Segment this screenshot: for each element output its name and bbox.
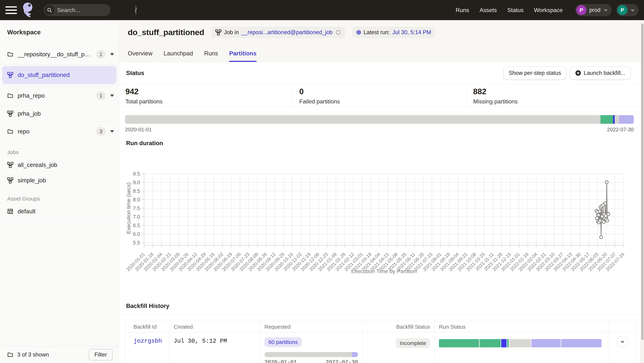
sidebar-item-prha_repo[interactable]: prha_repo1: [0, 86, 119, 106]
latest-run-prefix: Latest run:: [364, 29, 390, 36]
job-tabs: OverviewLaunchpadRunsPartitions: [128, 50, 256, 62]
page-title: do_stuff_partitioned: [128, 28, 204, 37]
caret-down-icon[interactable]: [110, 130, 114, 133]
stat-value: 942: [126, 87, 293, 96]
col-header-backfill-status: Backfill Status: [363, 321, 434, 332]
status-section-header: Status Show per-step status Launch backf…: [119, 62, 640, 84]
requested-bar-segment: [264, 352, 352, 357]
backfill-row-created-cell: Jul 30, 5:12 PM: [169, 332, 260, 363]
sidebar-item-do_stuff_partitioned[interactable]: do_stuff_partitioned: [2, 66, 116, 84]
job-repo-link[interactable]: __reposi...artitioned@partitioned_job: [242, 29, 332, 36]
svg-text:Execution time (secs): Execution time (secs): [126, 182, 132, 234]
backfill-row-run-status-cell: [434, 332, 608, 363]
partition-bar-segment: [600, 115, 613, 124]
backfill-created-value: Jul 30, 5:12 PM: [174, 338, 227, 344]
svg-text:7.0: 7.0: [133, 214, 140, 220]
caret-down-icon[interactable]: [110, 94, 114, 97]
col-header-run-status: Run Status: [434, 321, 608, 332]
run-status-segment: [561, 339, 602, 347]
tab-overview[interactable]: Overview: [128, 50, 152, 62]
launch-backfill-button[interactable]: Launch backfill...: [570, 66, 630, 80]
navbar-link-workspace[interactable]: Workspace: [534, 7, 562, 14]
repos-shown-count: 3 of 3 shown: [17, 352, 85, 358]
svg-text:8.0: 8.0: [133, 197, 140, 202]
col-header-actions: [608, 321, 636, 332]
backfill-row-status-cell: Incomplete: [363, 332, 434, 363]
filter-button[interactable]: Filter: [89, 349, 112, 360]
search-icon: [44, 5, 54, 15]
navbar-link-assets[interactable]: Assets: [480, 7, 497, 14]
asset-group-icon: [7, 208, 13, 214]
run-status-segment: [480, 339, 501, 347]
sidebar-item-default[interactable]: default: [0, 204, 119, 219]
run-status-segment: [439, 339, 479, 347]
backfill-row-actions-cell: [608, 332, 636, 363]
navbar-link-status[interactable]: Status: [507, 7, 524, 14]
show-per-step-status-label: Show per-step status: [509, 70, 561, 76]
main-content: do_stuff_partitioned Job in __reposi...a…: [119, 20, 640, 363]
sidebar-item-label: all_cereals_job: [18, 162, 114, 168]
sidebar-item-all_cereals_job[interactable]: all_cereals_job: [0, 157, 119, 173]
status-heading: Status: [126, 70, 144, 76]
backfill-history-table: Backfill Id Created Requested Backfill S…: [125, 321, 637, 363]
requested-range-bar: [264, 352, 358, 357]
backfill-history-heading: Backfill History: [126, 302, 169, 309]
launch-backfill-label: Launch backfill...: [584, 70, 625, 76]
run-duration-chart: 2020-01-012020-01-182020-02-042020-02-21…: [119, 152, 640, 278]
partition-range-start: 2020-01-01: [125, 127, 152, 132]
sidebar-item-simple_job[interactable]: simple_job: [0, 173, 119, 188]
partition-status-bar[interactable]: [125, 115, 634, 124]
navbar-link-runs[interactable]: Runs: [456, 7, 469, 14]
repo-count-badge: 1: [96, 92, 106, 100]
caret-down-icon[interactable]: [110, 53, 114, 56]
search-shortcut-key: /: [135, 6, 136, 15]
backfill-row-id-cell: jozrgsbh: [125, 332, 169, 363]
tab-partitions[interactable]: Partitions: [229, 50, 256, 62]
svg-text:9.5: 9.5: [133, 171, 140, 177]
partition-stats: 942Total partitions0Failed partitions882…: [119, 84, 640, 107]
user-menu[interactable]: P: [616, 4, 638, 16]
search-input[interactable]: [54, 7, 135, 14]
global-search[interactable]: /: [44, 4, 110, 16]
requested-range-start: 2020-01-01: [264, 359, 297, 363]
scrollbar-thumb[interactable]: [641, 24, 644, 340]
refresh-icon[interactable]: [335, 29, 341, 36]
expand-backfill-button[interactable]: [617, 336, 628, 347]
chevron-down-icon: [630, 8, 635, 12]
sidebar-item-prha_job[interactable]: prha_job: [0, 106, 119, 122]
job-icon: [215, 29, 222, 36]
show-per-step-status-button[interactable]: Show per-step status: [504, 66, 566, 80]
tab-launchpad[interactable]: Launchpad: [164, 50, 193, 62]
plus-circle-icon: [575, 70, 581, 76]
sidebar-item-label: __repository__do_stuff_partitio...: [18, 51, 92, 58]
sidebar-item-__repository__do_stuff_partitio[interactable]: __repository__do_stuff_partitio...1: [0, 44, 119, 64]
stat-total-partitions: 942Total partitions: [119, 84, 293, 107]
stat-label: Missing partitions: [473, 98, 640, 105]
run-status-segment: [532, 339, 561, 347]
requested-bar-segment: [352, 352, 358, 357]
page-scrollbar[interactable]: [640, 20, 644, 363]
col-header-requested: Requested: [260, 321, 363, 332]
requested-partitions-badge[interactable]: 60 partitions: [264, 337, 302, 347]
svg-text:7.5: 7.5: [133, 206, 140, 211]
chevron-down-icon: [620, 339, 625, 345]
dagster-logo-icon: [21, 2, 36, 18]
job-icon: [7, 177, 13, 184]
sidebar-item-repo[interactable]: repo3: [0, 122, 119, 142]
tab-runs[interactable]: Runs: [204, 50, 218, 62]
backfill-id-link[interactable]: jozrgsbh: [134, 338, 162, 344]
sidebar-item-label: simple_job: [18, 177, 114, 184]
run-duration-header: Run duration: [119, 140, 640, 152]
deployment-switcher[interactable]: P prod: [575, 4, 612, 16]
hamburger-menu-icon[interactable]: [6, 4, 17, 16]
sidebar-section-asset-groups: Asset Groups: [0, 191, 119, 204]
top-navbar: / RunsAssetsStatusWorkspace P prod P: [0, 0, 644, 20]
latest-run-link[interactable]: Jul 30, 5:14 PM: [392, 29, 431, 36]
svg-text:8.5: 8.5: [133, 188, 140, 194]
partition-bar-segment: [615, 115, 619, 124]
folder-icon: [7, 93, 13, 99]
job-page-header: do_stuff_partitioned Job in __reposi...a…: [119, 20, 640, 62]
stat-label: Failed partitions: [299, 98, 467, 105]
chevron-down-icon: [603, 8, 608, 12]
run-status-bar[interactable]: [439, 339, 602, 347]
